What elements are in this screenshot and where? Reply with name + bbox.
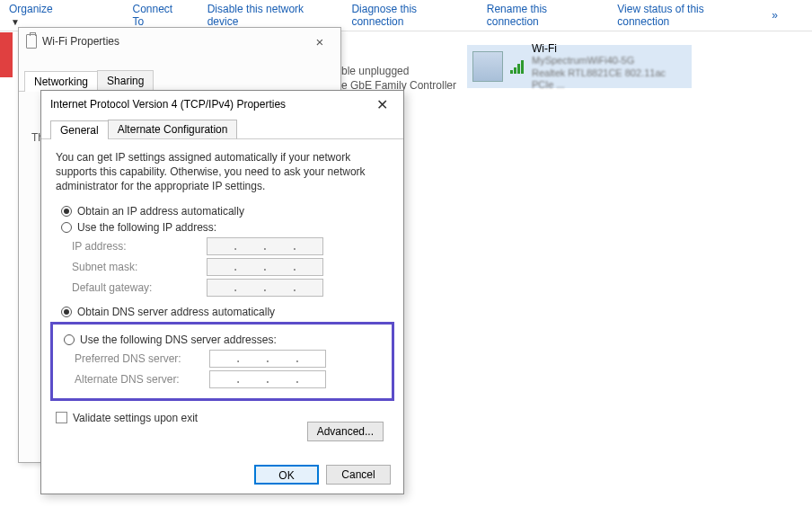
label-default-gateway: Default gateway:	[72, 281, 207, 294]
signal-bars-icon	[510, 59, 525, 74]
app-accent-bar	[0, 32, 13, 77]
toolbar-connect-to[interactable]: Connect To	[132, 3, 181, 28]
radio-icon	[61, 307, 72, 317]
radio-ip-auto[interactable]: Obtain an IP address automatically	[61, 205, 389, 218]
wifi-driver: Realtek RTL8821CE 802.11ac PCIe ...	[532, 67, 686, 91]
close-icon[interactable]: ✕	[369, 96, 394, 113]
dns-manual-highlight: Use the following DNS server addresses: …	[50, 322, 394, 401]
shield-icon	[26, 34, 37, 49]
wifi-properties-title: Wi-Fi Properties	[42, 35, 306, 48]
cancel-button[interactable]: Cancel	[326, 465, 391, 485]
advanced-button[interactable]: Advanced...	[307, 422, 384, 441]
tab-networking[interactable]: Networking	[24, 71, 98, 92]
ipv4-description: You can get IP settings assigned automat…	[56, 150, 389, 194]
input-subnet-mask: ...	[207, 258, 323, 276]
tab-alternate-configuration[interactable]: Alternate Configuration	[108, 120, 238, 139]
radio-ip-manual[interactable]: Use the following IP address:	[61, 221, 389, 234]
checkbox-icon	[56, 412, 67, 423]
wifi-adapter-item[interactable]: Wi-Fi MySpectrumWiFi40-5G Realtek RTL882…	[467, 45, 692, 88]
input-alternate-dns[interactable]: ...	[209, 370, 326, 388]
ipv4-properties-dialog: Internet Protocol Version 4 (TCP/IPv4) P…	[40, 90, 404, 494]
radio-dns-manual[interactable]: Use the following DNS server addresses:	[64, 334, 386, 346]
input-default-gateway: ...	[207, 279, 323, 297]
toolbar-rename[interactable]: Rename this connection	[487, 3, 593, 28]
tab-general[interactable]: General	[50, 120, 109, 139]
input-preferred-dns[interactable]: ...	[209, 350, 326, 368]
radio-dns-auto[interactable]: Obtain DNS server address automatically	[61, 306, 389, 318]
radio-icon	[61, 222, 72, 233]
toolbar-disable[interactable]: Disable this network device	[207, 3, 327, 28]
toolbar-organize[interactable]: Organize ▼	[9, 3, 107, 28]
ethernet-adapter-text: ble unplugged e GbE Family Controller	[341, 65, 456, 93]
tab-sharing[interactable]: Sharing	[97, 70, 154, 92]
label-alternate-dns: Alternate DNS server:	[75, 373, 209, 386]
close-icon[interactable]: ×	[306, 34, 333, 49]
ipv4-properties-title: Internet Protocol Version 4 (TCP/IPv4) P…	[50, 98, 369, 111]
label-preferred-dns: Preferred DNS server:	[75, 352, 209, 365]
label-ip-address: IP address:	[72, 240, 207, 253]
radio-icon	[61, 206, 72, 217]
toolbar-diagnose[interactable]: Diagnose this connection	[351, 3, 461, 28]
ok-button[interactable]: OK	[254, 465, 319, 485]
monitor-icon	[472, 51, 503, 82]
wifi-adapter-name: Wi-Fi	[532, 42, 686, 55]
radio-icon	[64, 334, 75, 345]
wifi-ssid: MySpectrumWiFi40-5G	[532, 55, 686, 67]
input-ip-address: ...	[207, 237, 323, 255]
label-subnet-mask: Subnet mask:	[72, 261, 207, 273]
toolbar-overflow[interactable]: »	[772, 9, 778, 22]
toolbar-view-status[interactable]: View status of this connection	[617, 3, 746, 28]
